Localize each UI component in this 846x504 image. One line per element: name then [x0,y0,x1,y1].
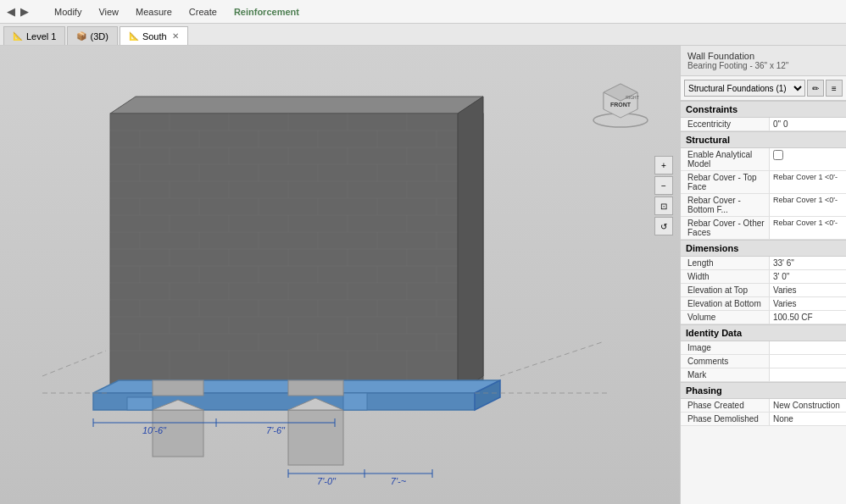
prop-header: Wall Foundation Bearing Footing - 36" x … [681,46,846,76]
prop-image: Image [681,341,846,355]
section-phasing: Phasing [681,382,846,399]
svg-marker-104 [458,97,483,393]
toolbar-create[interactable]: Create [189,7,217,17]
prop-element-type: Wall Foundation [687,51,839,61]
3d-scene: FRONT RIGHT [0,46,680,504]
close-south-tab[interactable]: ✕ [172,31,179,41]
section-identity-data: Identity Data [681,324,846,341]
svg-text:RIGHT: RIGHT [626,95,639,100]
viewport[interactable]: FRONT RIGHT [0,46,680,504]
toolbar-measure[interactable]: Measure [136,7,172,17]
zoom-out-btn[interactable]: − [654,176,673,195]
prop-elevation-bottom: Elevation at Bottom Varies [681,297,846,311]
prop-phase-created: Phase Created New Construction [681,399,846,413]
fit-view-btn[interactable]: ⊡ [654,197,673,215]
svg-text:7'-~: 7'-~ [391,476,407,486]
tab-3d-label: (3D) [90,31,108,42]
prop-analytical-model: Enable Analytical Model [681,148,846,171]
section-constraints: Constraints [681,101,846,118]
prop-width: Width 3' 0" [681,270,846,284]
tabbar: 📐 Level 1 📦 (3D) 📐 South ✕ [0,24,846,46]
prop-comments: Comments [681,355,846,368]
prop-rebar-top: Rebar Cover - Top Face Rebar Cover 1 <0'… [681,171,846,194]
south-icon: 📐 [129,31,139,41]
section-structural: Structural [681,131,846,148]
forward-icon[interactable]: ▶ [20,5,29,18]
tab-south[interactable]: 📐 South ✕ [120,26,188,45]
toolbar-reinforcement[interactable]: Reinforcement [234,7,299,17]
svg-rect-111 [288,410,343,465]
prop-rebar-other: Rebar Cover - Other Faces Rebar Cover 1 … [681,217,846,240]
properties-icon-btn[interactable]: ≡ [826,80,843,97]
prop-category-select[interactable]: Structural Foundations (1) [684,80,805,97]
main-area: FRONT RIGHT [0,46,846,504]
building-illustration: 10'-6" 7'-6" 7'-0" 7'-~ [42,80,619,503]
zoom-in-btn[interactable]: + [654,156,673,174]
back-icon[interactable]: ◀ [7,5,15,18]
toolbar: ◀ ▶ Modify View Measure Create Reinforce… [0,0,846,24]
toolbar-modify[interactable]: Modify [54,7,81,17]
svg-rect-114 [153,380,203,396]
prop-elevation-top: Elevation at Top Varies [681,284,846,297]
prop-rebar-bottom: Rebar Cover - Bottom F... Rebar Cover 1 … [681,194,846,217]
prop-element-family: Bearing Footing - 36" x 12" [687,61,839,70]
level1-icon: 📐 [13,31,23,41]
svg-marker-6 [110,97,483,114]
prop-volume: Volume 100.50 CF [681,311,846,324]
svg-rect-113 [343,393,367,410]
toolbar-view[interactable]: View [98,7,119,17]
orbit-btn[interactable]: ↺ [654,217,673,235]
tab-level1[interactable]: 📐 Level 1 [3,26,65,45]
svg-line-132 [500,342,602,376]
tab-3d[interactable]: 📦 (3D) [67,26,117,45]
analytical-model-checkbox[interactable] [773,150,783,160]
section-dimensions: Dimensions [681,240,846,257]
svg-text:7'-0": 7'-0" [317,476,337,486]
prop-length: Length 33' 6" [681,257,846,270]
svg-text:7'-6": 7'-6" [266,425,286,435]
edit-type-btn[interactable]: ✏ [807,80,824,97]
prop-phase-demolished: Phase Demolished None [681,413,846,426]
svg-line-133 [42,351,106,376]
properties-panel: Wall Foundation Bearing Footing - 36" x … [680,46,846,504]
tab-level1-label: Level 1 [26,31,56,42]
3d-icon: 📦 [76,31,86,41]
view-controls: + − ⊡ ↺ [654,156,673,235]
svg-rect-110 [127,397,153,410]
svg-text:10'-6": 10'-6" [142,425,167,435]
prop-mark: Mark [681,368,846,382]
tab-south-label: South [142,31,167,42]
prop-eccentricity: Eccentricity 0" 0 [681,118,846,131]
svg-rect-7 [110,114,483,393]
svg-rect-115 [288,380,343,396]
prop-selector-row: Structural Foundations (1) ✏ ≡ [681,76,846,101]
